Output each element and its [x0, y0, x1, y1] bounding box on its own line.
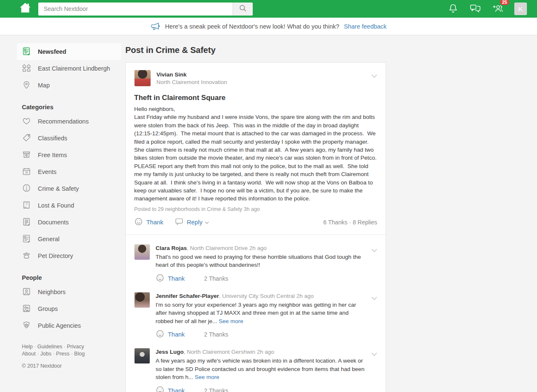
- nextdoor-logo[interactable]: [19, 2, 32, 16]
- comment-meta: , North Clairemont Gershwin 2h ago: [184, 349, 274, 355]
- share-feedback-link[interactable]: Share feedback: [344, 23, 387, 30]
- thank-label: Thank: [168, 331, 185, 338]
- sidebar-item-label: Map: [38, 82, 50, 89]
- help-link[interactable]: Help: [22, 344, 33, 350]
- comment-thanks-count[interactable]: 2 Thanks: [204, 387, 228, 392]
- calendar-icon: 26: [22, 167, 31, 177]
- categories-heading: Categories: [22, 104, 121, 110]
- paw-icon: [22, 251, 31, 261]
- see-more-link[interactable]: See more: [219, 318, 243, 324]
- privacy-link[interactable]: Privacy: [62, 344, 84, 350]
- sidebar-item-free-items[interactable]: Free Items: [17, 147, 121, 163]
- post-menu-button[interactable]: [371, 72, 377, 80]
- svg-text:26: 26: [25, 171, 28, 174]
- chat-bubbles-icon: [470, 3, 481, 15]
- sidebar-item-events[interactable]: 26 Events: [17, 163, 121, 180]
- sidebar-item-label: Recommendations: [38, 118, 89, 125]
- post-card: Vivian Sink North Clairemont Innovation …: [125, 62, 386, 392]
- comment-text: A few years ago my wife's vehicle was br…: [156, 357, 366, 381]
- comment-thank-button[interactable]: Thank: [156, 386, 185, 392]
- profile-avatar[interactable]: K: [514, 3, 527, 15]
- group-icon: [22, 304, 31, 314]
- comment-menu-button[interactable]: [371, 295, 377, 302]
- sidebar-item-lost-found[interactable]: ? Lost & Found: [17, 197, 121, 214]
- person-icon: [22, 287, 31, 297]
- notifications-button[interactable]: [447, 3, 459, 15]
- people-heading: People: [22, 274, 121, 281]
- page-title: Post in Crime & Safety: [125, 45, 386, 55]
- invite-neighbors-button[interactable]: 25: [492, 3, 503, 15]
- banner-message: Here's a sneak peek of Nextdoor's new lo…: [165, 23, 339, 30]
- comment-author-name[interactable]: Clara Rojas: [156, 245, 187, 251]
- post-stats[interactable]: 6 Thanks · 8 Replies: [323, 219, 377, 226]
- sidebar-item-newsfeed[interactable]: Newsfeed: [17, 43, 121, 60]
- comment-thanks-count[interactable]: 2 Thanks: [204, 331, 228, 338]
- about-link[interactable]: About: [22, 351, 36, 357]
- badge-star-icon: [22, 321, 31, 331]
- blog-link[interactable]: Blog: [69, 351, 85, 357]
- sidebar-item-general[interactable]: General: [17, 231, 121, 247]
- comment-thanks-count[interactable]: 2 Thanks: [204, 275, 228, 282]
- messages-button[interactable]: [470, 3, 481, 15]
- search-input[interactable]: [38, 3, 233, 16]
- comment-meta: , University City South Central 2h ago: [219, 293, 314, 299]
- comment-text: That's no good we need to praying for th…: [156, 253, 366, 269]
- smiley-icon: [156, 329, 164, 339]
- smiley-icon: [134, 217, 143, 227]
- reply-label: Reply: [187, 219, 202, 226]
- post-author-avatar[interactable]: [134, 70, 151, 87]
- copyright-text: © 2017 Nextdoor: [22, 363, 121, 369]
- sidebar-item-label: General: [38, 236, 60, 242]
- megaphone-icon: [151, 22, 161, 31]
- sidebar-item-label: Lost & Found: [38, 202, 74, 209]
- comment-author-avatar[interactable]: [134, 292, 150, 308]
- post: Vivian Sink North Clairemont Innovation …: [134, 63, 377, 234]
- jobs-link[interactable]: Jobs: [36, 351, 52, 357]
- sidebar-item-neighborhood[interactable]: East Clairemont Lindbergh: [17, 60, 121, 77]
- comment-thank-button[interactable]: Thank: [156, 329, 185, 339]
- sidebar-item-documents[interactable]: Documents: [17, 214, 121, 231]
- comment-menu-button[interactable]: [371, 247, 377, 254]
- sidebar-item-map[interactable]: Map: [17, 77, 121, 94]
- press-link[interactable]: Press: [51, 351, 69, 357]
- sidebar-item-label: Crime & Safety: [38, 185, 79, 192]
- sidebar-item-groups[interactable]: Groups: [17, 300, 121, 317]
- sidebar-item-label: Events: [38, 168, 56, 175]
- sidebar-item-crime-safety[interactable]: Crime & Safety: [17, 180, 121, 197]
- comment-author-avatar[interactable]: [134, 244, 150, 260]
- post-title: Theft in Clairemont Square: [134, 94, 377, 102]
- guidelines-link[interactable]: Guidelines: [33, 344, 62, 350]
- comment-menu-button[interactable]: [371, 350, 377, 358]
- post-body: Hello neighbors, Last Friday while my hu…: [134, 105, 377, 203]
- reply-bubble-icon: [175, 218, 183, 227]
- comment-text: I'm so sorry for your experience! 3 year…: [156, 301, 366, 326]
- sidebar-item-recommendations[interactable]: Recommendations: [17, 113, 121, 130]
- thank-label: Thank: [168, 275, 185, 282]
- chevron-down-icon: [371, 350, 377, 358]
- heart-icon: [22, 116, 31, 127]
- see-more-link[interactable]: See more: [195, 374, 220, 380]
- sidebar-item-label: Newsfeed: [38, 48, 66, 55]
- comment-author-name[interactable]: Jess Lugo: [156, 349, 184, 355]
- comment-author-name[interactable]: Jennifer Schafer-Player: [156, 293, 219, 299]
- post-meta: Posted to 29 neighborhoods in Crime & Sa…: [134, 206, 377, 212]
- sidebar-footer-links: HelpGuidelinesPrivacy AboutJobsPressBlog: [22, 343, 106, 358]
- comment-thank-button[interactable]: Thank: [156, 274, 185, 284]
- sidebar-item-label: Classifieds: [38, 135, 67, 142]
- comment-author-avatar[interactable]: [134, 348, 150, 364]
- sidebar-item-pet-directory[interactable]: Pet Directory: [17, 247, 121, 264]
- tag-icon: [22, 133, 31, 144]
- search-button[interactable]: [233, 3, 253, 16]
- sidebar-item-classifieds[interactable]: Classifieds: [17, 130, 121, 147]
- sidebar-item-neighbors[interactable]: Neighbors: [17, 284, 121, 300]
- post-author-name[interactable]: Vivian Sink: [156, 71, 227, 78]
- chevron-down-icon: [371, 72, 377, 79]
- sidebar-item-label: Neighbors: [38, 289, 66, 295]
- reply-button[interactable]: Reply: [175, 218, 209, 227]
- sidebar-item-label: Documents: [38, 219, 69, 226]
- sidebar-item-public-agencies[interactable]: Public Agencies: [17, 317, 121, 334]
- svg-text:?: ?: [26, 202, 28, 206]
- newsfeed-icon: [22, 47, 31, 57]
- thank-button[interactable]: Thank: [134, 217, 163, 227]
- question-box-icon: ?: [22, 200, 31, 211]
